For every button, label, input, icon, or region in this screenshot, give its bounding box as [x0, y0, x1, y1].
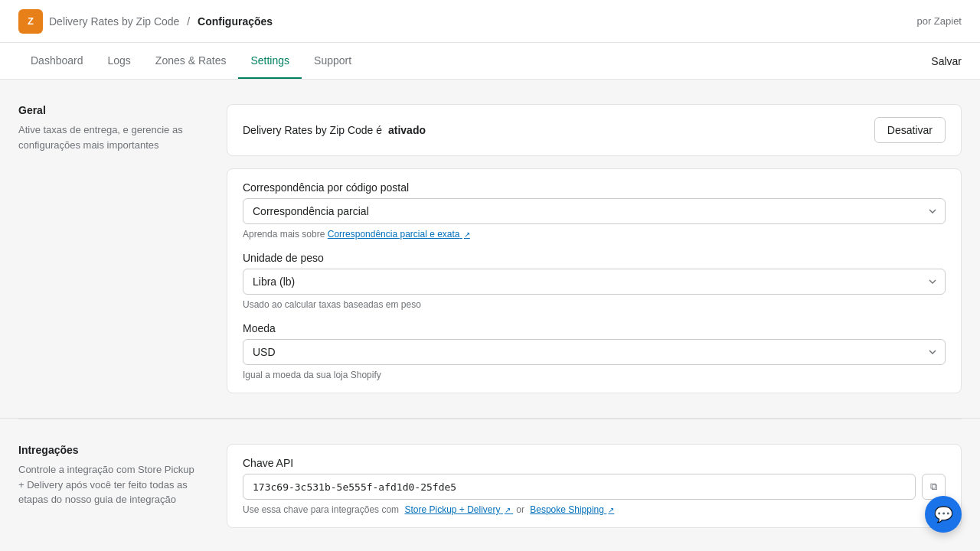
integracoes-section: Intregações Controle a integração com St… — [0, 419, 980, 551]
postal-group: Correspondência por código postal Corres… — [243, 181, 946, 240]
top-header: Z Delivery Rates by Zip Code / Configura… — [0, 0, 980, 43]
integracoes-description: Controle a integração com Store Pickup +… — [18, 462, 202, 507]
weight-label: Unidade de peso — [243, 252, 946, 264]
integracoes-sidebar: Intregações Controle a integração com St… — [18, 444, 202, 528]
by-zapiet: por Zapiet — [916, 15, 962, 27]
postal-label: Correspondência por código postal — [243, 181, 946, 194]
weight-hint: Usado ao calcular taxas baseadas em peso — [243, 299, 946, 310]
nav-bar: Dashboard Logs Zones & Rates Settings Su… — [0, 43, 980, 80]
bespoke-shipping-link[interactable]: Bespoke Shipping ↗ — [530, 504, 614, 515]
app-logo: Z — [18, 9, 43, 34]
status-card-row: Delivery Rates by Zip Code é ativado Des… — [243, 117, 946, 143]
weight-group: Unidade de peso Libra (lb) Quilograma (k… — [243, 252, 946, 310]
copy-icon: ⧉ — [930, 481, 937, 493]
status-card: Delivery Rates by Zip Code é ativado Des… — [227, 104, 962, 156]
external-link-icon: ↗ — [464, 230, 470, 239]
geral-title: Geral — [18, 104, 202, 116]
currency-hint: Igual a moeda da sua loja Shopify — [243, 370, 946, 380]
content-wrapper: Geral Ative taxas de entrega, e gerencie… — [0, 80, 980, 551]
geral-description: Ative taxas de entrega, e gerencie as co… — [18, 122, 202, 152]
store-pickup-link[interactable]: Store Pickup + Delivery ↗ — [404, 504, 513, 515]
nav-item-logs[interactable]: Logs — [96, 43, 143, 79]
api-hint: Use essa chave para integrações com Stor… — [243, 504, 946, 515]
api-key-row: ⧉ — [243, 474, 946, 500]
settings-card: Correspondência por código postal Corres… — [227, 168, 962, 393]
geral-content: Delivery Rates by Zip Code é ativado Des… — [227, 104, 962, 393]
api-card: Chave API ⧉ Use essa chave para integraç… — [227, 444, 962, 528]
nav-item-settings[interactable]: Settings — [238, 43, 302, 79]
api-key-input[interactable] — [243, 474, 916, 500]
currency-label: Moeda — [243, 322, 946, 334]
nav-item-zones-rates[interactable]: Zones & Rates — [143, 43, 239, 79]
save-button[interactable]: Salvar — [931, 55, 962, 67]
nav-items: Dashboard Logs Zones & Rates Settings Su… — [18, 43, 364, 79]
chat-icon: 💬 — [934, 505, 953, 523]
nav-item-support[interactable]: Support — [302, 43, 364, 79]
api-label: Chave API — [243, 457, 946, 469]
geral-section: Geral Ative taxas de entrega, e gerencie… — [0, 80, 980, 419]
postal-hint: Aprenda mais sobre Correspondência parci… — [243, 229, 946, 240]
chat-bubble[interactable]: 💬 — [925, 496, 962, 533]
status-text: Delivery Rates by Zip Code é ativado — [243, 124, 426, 136]
geral-sidebar: Geral Ative taxas de entrega, e gerencie… — [18, 104, 202, 393]
nav-item-dashboard[interactable]: Dashboard — [18, 43, 96, 79]
currency-group: Moeda USD BRL EUR Igual a moeda da sua l… — [243, 322, 946, 380]
currency-select[interactable]: USD BRL EUR — [243, 339, 946, 365]
postal-select[interactable]: Correspondência parcial Correspondência … — [243, 198, 946, 224]
header-breadcrumb: Delivery Rates by Zip Code / Configuraçõ… — [49, 15, 273, 28]
postal-hint-link[interactable]: Correspondência parcial e exata ↗ — [328, 229, 470, 240]
desativar-button[interactable]: Desativar — [874, 117, 946, 143]
api-group: Chave API ⧉ Use essa chave para integraç… — [243, 457, 946, 515]
store-pickup-external-icon: ↗ — [505, 506, 511, 514]
bespoke-external-icon: ↗ — [608, 506, 614, 514]
weight-select[interactable]: Libra (lb) Quilograma (kg) — [243, 269, 946, 295]
header-left: Z Delivery Rates by Zip Code / Configura… — [18, 9, 273, 34]
integracoes-title: Intregações — [18, 444, 202, 456]
integracoes-content: Chave API ⧉ Use essa chave para integraç… — [227, 444, 962, 528]
